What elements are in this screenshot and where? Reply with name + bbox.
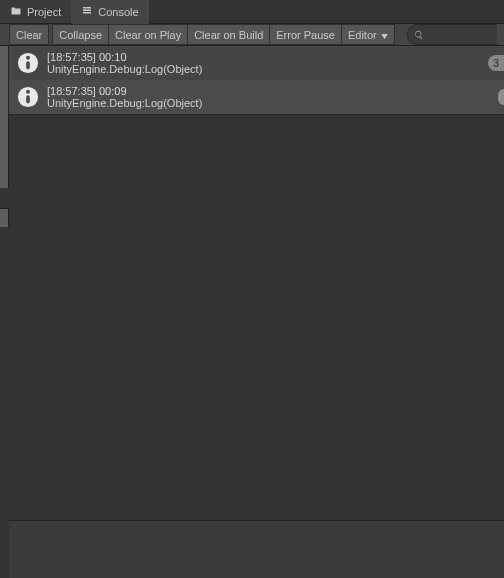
svg-point-1 [26, 56, 30, 60]
log-text: [18:57:35] 00:09 UnityEngine.Debug:Log(O… [47, 85, 202, 109]
log-empty-area [9, 114, 504, 520]
log-stack: UnityEngine.Debug:Log(Object) [47, 97, 202, 109]
dock-gutter-top [0, 46, 9, 188]
search-icon [414, 26, 424, 44]
error-pause-button[interactable]: Error Pause [269, 24, 341, 45]
svg-rect-5 [26, 95, 30, 103]
clear-button[interactable]: Clear [9, 24, 49, 45]
log-list: [18:57:35] 00:10 UnityEngine.Debug:Log(O… [9, 46, 504, 114]
info-icon [17, 86, 39, 108]
log-detail-pane [9, 520, 504, 578]
console-icon [81, 5, 93, 19]
editor-dropdown-label: Editor [348, 29, 377, 41]
console-toolbar: Clear Collapse Clear on Play Clear on Bu… [0, 24, 504, 46]
log-message: [18:57:35] 00:09 [47, 85, 202, 97]
clear-on-play-button[interactable]: Clear on Play [108, 24, 187, 45]
log-entry[interactable]: [18:57:35] 00:10 UnityEngine.Debug:Log(O… [9, 46, 504, 80]
svg-rect-2 [26, 61, 30, 69]
collapse-button[interactable]: Collapse [52, 24, 108, 45]
tab-project[interactable]: Project [0, 0, 71, 23]
info-icon [17, 52, 39, 74]
log-stack: UnityEngine.Debug:Log(Object) [47, 63, 202, 75]
log-text: [18:57:35] 00:10 UnityEngine.Debug:Log(O… [47, 51, 202, 75]
count-badge [498, 89, 504, 105]
search-input[interactable] [428, 29, 491, 41]
log-message: [18:57:35] 00:10 [47, 51, 202, 63]
chevron-down-icon [381, 29, 388, 41]
search-box[interactable] [407, 24, 497, 45]
clear-on-build-button[interactable]: Clear on Build [187, 24, 269, 45]
tab-console[interactable]: Console [71, 0, 148, 23]
count-badge: 3 [488, 55, 504, 71]
tab-strip: Project Console [0, 0, 504, 24]
editor-dropdown[interactable]: Editor [341, 24, 395, 45]
dock-gutter-bottom [0, 208, 9, 227]
folder-icon [10, 5, 22, 19]
tab-project-label: Project [27, 6, 61, 18]
log-entry[interactable]: [18:57:35] 00:09 UnityEngine.Debug:Log(O… [9, 80, 504, 114]
svg-point-4 [26, 90, 30, 94]
tab-console-label: Console [98, 6, 138, 18]
